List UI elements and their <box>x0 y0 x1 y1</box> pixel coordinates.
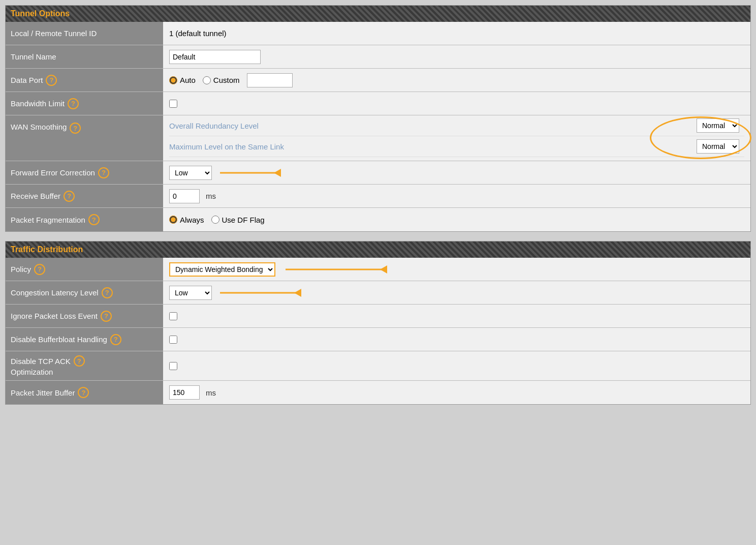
data-port-auto-radio-input[interactable] <box>169 76 177 84</box>
bandwidth-limit-row: Bandwidth Limit ? <box>6 92 750 115</box>
congestion-arrow <box>220 288 301 297</box>
data-port-custom-radio-input[interactable] <box>203 76 211 84</box>
tunnel-options-section: Tunnel Options Local / Remote Tunnel ID … <box>5 5 751 232</box>
packet-frag-df-radio[interactable]: Use DF Flag <box>211 216 265 224</box>
ignore-packet-loss-value <box>163 305 750 327</box>
packet-jitter-buffer-label: Packet Jitter Buffer ? <box>6 381 163 404</box>
wan-smoothing-label: WAN Smoothing ? <box>6 115 163 161</box>
data-port-radio-group: Auto Custom <box>169 73 293 87</box>
receive-buffer-label: Receive Buffer ? <box>6 185 163 207</box>
local-remote-id-row: Local / Remote Tunnel ID 1 (default tunn… <box>6 22 750 45</box>
disable-tcp-ack-row: Disable TCP ACK ? Optimization <box>6 351 750 381</box>
congestion-latency-label: Congestion Latency Level ? <box>6 281 163 304</box>
fec-help-icon[interactable]: ? <box>98 167 109 178</box>
data-port-value: Auto Custom <box>163 69 750 92</box>
disable-bufferbloat-row: Disable Bufferbloat Handling ? <box>6 328 750 351</box>
bandwidth-limit-help-icon[interactable]: ? <box>68 98 79 109</box>
data-port-custom-radio[interactable]: Custom <box>203 76 240 84</box>
data-port-auto-label: Auto <box>180 76 196 84</box>
disable-tcp-ack-label: Disable TCP ACK ? Optimization <box>6 351 163 380</box>
packet-frag-help-icon[interactable]: ? <box>88 214 100 225</box>
fec-row: Forward Error Correction ? Low Medium Hi… <box>6 161 750 185</box>
wan-smoothing-container: Overall Redundancy Level Normal Low Medi… <box>169 115 744 157</box>
tunnel-name-value <box>163 45 750 68</box>
fec-label: Forward Error Correction ? <box>6 161 163 184</box>
receive-buffer-row: Receive Buffer ? ms <box>6 185 750 208</box>
traffic-distribution-header: Traffic Distribution <box>6 241 750 258</box>
fec-value: Low Medium High Disable <box>163 161 750 184</box>
wan-smoothing-row: WAN Smoothing ? Overall Redundancy Level… <box>6 115 750 161</box>
packet-jitter-buffer-row: Packet Jitter Buffer ? ms <box>6 381 750 404</box>
congestion-latency-value: Low Medium High <box>163 281 750 304</box>
packet-frag-always-label: Always <box>180 216 204 224</box>
disable-tcp-ack-checkbox[interactable] <box>169 362 177 370</box>
policy-arrow <box>286 265 387 274</box>
packet-frag-always-input[interactable] <box>169 216 177 224</box>
ignore-packet-loss-checkbox[interactable] <box>169 312 177 320</box>
ignore-packet-loss-label: Ignore Packet Loss Event ? <box>6 305 163 327</box>
data-port-auto-radio[interactable]: Auto <box>169 76 196 84</box>
data-port-row: Data Port ? Auto Custom <box>6 69 750 92</box>
tunnel-name-row: Tunnel Name <box>6 45 750 69</box>
packet-frag-label: Packet Fragmentation ? <box>6 208 163 231</box>
max-same-link-row: Maximum Level on the Same Link Normal Lo… <box>169 136 744 157</box>
policy-row: Policy ? Dynamic Weighted Bonding Weight… <box>6 258 750 281</box>
overall-redundancy-select[interactable]: Normal Low Medium High <box>697 118 739 133</box>
wan-smoothing-help-icon[interactable]: ? <box>70 123 81 134</box>
local-remote-id-label: Local / Remote Tunnel ID <box>6 22 163 45</box>
data-port-label: Data Port ? <box>6 69 163 92</box>
packet-jitter-buffer-value: ms <box>163 381 750 404</box>
traffic-distribution-title: Traffic Distribution <box>11 245 83 254</box>
bandwidth-limit-label: Bandwidth Limit ? <box>6 92 163 115</box>
disable-bufferbloat-value <box>163 328 750 351</box>
wan-smoothing-value: Overall Redundancy Level Normal Low Medi… <box>163 115 750 161</box>
packet-jitter-buffer-unit: ms <box>206 388 216 397</box>
fec-arrow <box>220 168 281 177</box>
overall-redundancy-label: Overall Redundancy Level <box>169 122 697 130</box>
packet-jitter-buffer-input[interactable] <box>169 385 200 400</box>
disable-tcp-ack-help-icon[interactable]: ? <box>74 355 85 367</box>
bandwidth-limit-checkbox[interactable] <box>169 100 177 108</box>
max-same-link-label: Maximum Level on the Same Link <box>169 142 697 151</box>
local-remote-id-value: 1 (default tunnel) <box>163 22 750 45</box>
packet-frag-row: Packet Fragmentation ? Always Use DF Fla… <box>6 208 750 231</box>
packet-jitter-buffer-help-icon[interactable]: ? <box>78 387 89 398</box>
policy-help-icon[interactable]: ? <box>34 264 45 275</box>
data-port-custom-input[interactable] <box>247 73 293 87</box>
policy-select[interactable]: Dynamic Weighted Bonding Weighted Bondin… <box>169 262 275 277</box>
fec-select[interactable]: Low Medium High Disable <box>169 166 212 180</box>
congestion-latency-help-icon[interactable]: ? <box>102 287 113 298</box>
overall-redundancy-row: Overall Redundancy Level Normal Low Medi… <box>169 115 744 136</box>
tunnel-options-title: Tunnel Options <box>11 9 70 18</box>
receive-buffer-value: ms <box>163 185 750 207</box>
ignore-packet-loss-help-icon[interactable]: ? <box>101 311 112 322</box>
packet-frag-df-label: Use DF Flag <box>222 216 265 224</box>
policy-value: Dynamic Weighted Bonding Weighted Bondin… <box>163 258 750 281</box>
tunnel-name-label: Tunnel Name <box>6 45 163 68</box>
data-port-help-icon[interactable]: ? <box>46 75 57 86</box>
receive-buffer-input[interactable] <box>169 189 200 203</box>
data-port-custom-label: Custom <box>213 76 240 84</box>
policy-label: Policy ? <box>6 258 163 281</box>
disable-bufferbloat-label: Disable Bufferbloat Handling ? <box>6 328 163 351</box>
packet-frag-df-input[interactable] <box>211 216 219 224</box>
max-same-link-select[interactable]: Normal Low Medium High <box>697 139 739 154</box>
disable-bufferbloat-help-icon[interactable]: ? <box>110 334 121 345</box>
tunnel-options-header: Tunnel Options <box>6 6 750 22</box>
traffic-distribution-section: Traffic Distribution Policy ? Dynamic We… <box>5 241 751 405</box>
disable-tcp-ack-value <box>163 351 750 380</box>
disable-bufferbloat-checkbox[interactable] <box>169 336 177 344</box>
receive-buffer-unit: ms <box>206 192 216 200</box>
bandwidth-limit-value <box>163 92 750 115</box>
congestion-latency-row: Congestion Latency Level ? Low Medium Hi… <box>6 281 750 305</box>
ignore-packet-loss-row: Ignore Packet Loss Event ? <box>6 305 750 328</box>
receive-buffer-help-icon[interactable]: ? <box>64 191 75 202</box>
tunnel-name-input[interactable] <box>169 50 261 64</box>
packet-frag-radio-group: Always Use DF Flag <box>169 216 265 224</box>
congestion-latency-select[interactable]: Low Medium High <box>169 286 212 300</box>
packet-frag-value: Always Use DF Flag <box>163 208 750 231</box>
packet-frag-always-radio[interactable]: Always <box>169 216 204 224</box>
